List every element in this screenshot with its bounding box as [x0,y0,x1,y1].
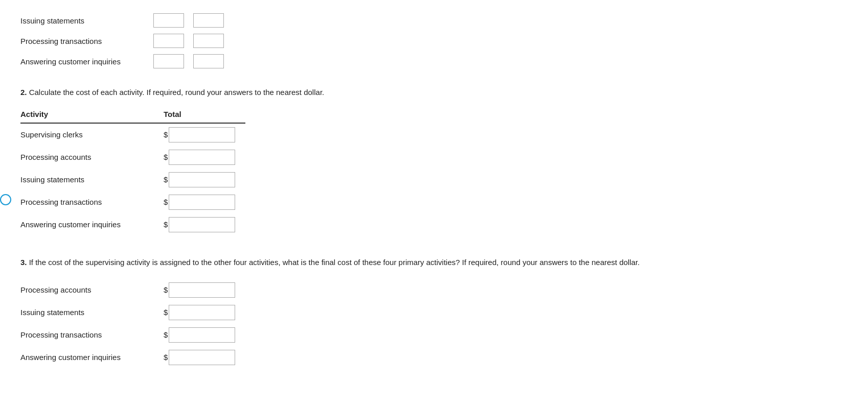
section2-input-cell-0: $ [164,123,245,146]
section3-row: Processing accounts $ [20,279,240,301]
circle-indicator [0,194,11,205]
section3-question-text: If the cost of the supervising activity … [29,258,640,267]
top-input1-0[interactable] [153,13,184,28]
top-input2-1[interactable] [193,34,224,48]
section2-row: Answering customer inquiries $ [20,213,245,236]
top-input1-2[interactable] [153,54,184,68]
section2-input-1[interactable] [169,150,235,165]
section2-label-4: Answering customer inquiries [20,213,164,236]
section3-question: 3. If the cost of the supervising activi… [20,256,787,269]
dollar-sign-0: $ [164,130,168,139]
section2-row: Processing transactions $ [20,191,245,213]
section2-label-0: Supervising clerks [20,123,164,146]
section3-row: Issuing statements $ [20,301,240,324]
section3-input-3[interactable] [169,350,235,365]
dollar-sign-3: $ [164,198,168,206]
section2-row: Processing accounts $ [20,146,245,169]
section3-input-1[interactable] [169,305,235,320]
section2-label-3: Processing transactions [20,191,164,213]
section2-row: Supervising clerks $ [20,123,245,146]
section3-dollar-sign-0: $ [164,285,168,294]
top-input1-cell-0 [153,10,193,31]
section3-dollar-sign-2: $ [164,330,168,339]
section2-input-cell-1: $ [164,146,245,169]
section3-label-1: Issuing statements [20,301,164,324]
section2-question: 2. Calculate the cost of each activity. … [20,87,848,99]
section3-input-2[interactable] [169,327,235,343]
col-total-header: Total [164,108,245,123]
section2-label-2: Issuing statements [20,169,164,191]
top-label-0: Issuing statements [20,10,153,31]
section2-input-cell-4: $ [164,213,245,236]
dollar-sign-4: $ [164,220,168,229]
top-partial-table: Issuing statements Processing transactio… [20,10,848,71]
top-input2-cell-1 [193,31,233,51]
top-input2-2[interactable] [193,54,224,68]
section2-input-4[interactable] [169,217,235,232]
section3-table: Processing accounts $ Issuing statements… [20,279,240,369]
section3-num: 3. [20,258,27,267]
dollar-sign-1: $ [164,153,168,161]
section3-label-2: Processing transactions [20,324,164,346]
section3-row: Answering customer inquiries $ [20,346,240,369]
section2-input-2[interactable] [169,172,235,187]
top-input2-cell-2 [193,51,233,71]
section3-row: Processing transactions $ [20,324,240,346]
section3-input-cell-1: $ [164,301,240,324]
section2-input-3[interactable] [169,195,235,210]
top-label-1: Processing transactions [20,31,153,51]
section2-table: Activity Total Supervising clerks $ Proc… [20,108,245,236]
section3-input-cell-3: $ [164,346,240,369]
col-activity-header: Activity [20,108,164,123]
dollar-sign-2: $ [164,175,168,184]
top-table-row: Issuing statements [20,10,233,31]
section2-label-1: Processing accounts [20,146,164,169]
section2-num: 2. [20,88,27,97]
top-input1-cell-2 [153,51,193,71]
top-input1-cell-1 [153,31,193,51]
section3-input-cell-0: $ [164,279,240,301]
top-table-row: Processing transactions [20,31,233,51]
section3-dollar-sign-3: $ [164,353,168,362]
top-activity-table: Issuing statements Processing transactio… [20,10,233,71]
section2-input-0[interactable] [169,127,235,142]
top-table-row: Answering customer inquiries [20,51,233,71]
section2-input-cell-2: $ [164,169,245,191]
top-input1-1[interactable] [153,34,184,48]
top-input2-cell-0 [193,10,233,31]
section3-label-0: Processing accounts [20,279,164,301]
section2-container: 2. Calculate the cost of each activity. … [20,87,848,236]
top-label-2: Answering customer inquiries [20,51,153,71]
section3-container: 3. If the cost of the supervising activi… [20,256,848,369]
section2-row: Issuing statements $ [20,169,245,191]
section2-question-text: Calculate the cost of each activity. If … [29,88,325,97]
section3-label-3: Answering customer inquiries [20,346,164,369]
section2-input-cell-3: $ [164,191,245,213]
section3-dollar-sign-1: $ [164,308,168,317]
top-input2-0[interactable] [193,13,224,28]
section3-input-cell-2: $ [164,324,240,346]
section3-input-0[interactable] [169,282,235,298]
